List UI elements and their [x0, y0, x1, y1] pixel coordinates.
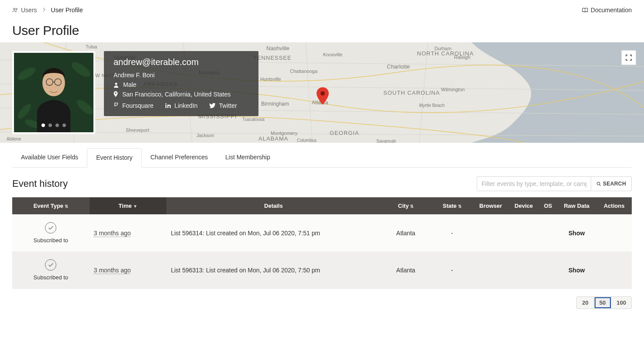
avatar[interactable] — [12, 51, 95, 134]
svg-text:Jackson: Jackson — [196, 133, 214, 138]
svg-text:Huntsville: Huntsville — [260, 76, 281, 82]
col-raw-data: Raw Data — [557, 197, 596, 214]
carousel-dot-4[interactable] — [62, 124, 66, 127]
check-circle-icon — [45, 222, 56, 234]
twitter-icon — [209, 103, 216, 108]
event-browser — [473, 251, 508, 289]
twitter-link[interactable]: Twitter — [209, 102, 237, 109]
breadcrumb: Users User Profile — [12, 7, 83, 14]
svg-text:Raleigh: Raleigh — [454, 55, 470, 60]
event-actions — [596, 214, 632, 251]
raw-data-show-link[interactable]: Show — [568, 230, 585, 237]
event-time[interactable]: 3 months ago — [94, 230, 131, 237]
event-time[interactable]: 3 months ago — [94, 267, 131, 274]
svg-text:Columbus: Columbus — [297, 138, 317, 143]
event-city: Atlanta — [380, 214, 431, 251]
page-size-group: 20 50 100 — [576, 296, 632, 309]
linkedin-link[interactable]: LinkedIn — [165, 102, 198, 109]
svg-text:Savannah: Savannah — [376, 139, 396, 143]
carousel-dot-3[interactable] — [55, 124, 59, 127]
event-type-label: Subscribed to — [34, 237, 69, 244]
tab-list-membership[interactable]: List Membership — [217, 148, 279, 168]
map-hero: Nashville Knoxville NORTH CAROLINA Charl… — [0, 42, 644, 143]
svg-text:TENNESSEE: TENNESSEE — [253, 55, 292, 61]
event-details: List 596314: List created on Mon, Jul 06… — [166, 214, 380, 251]
svg-text:Myrtle Beach: Myrtle Beach — [419, 103, 444, 108]
svg-text:Shreveport: Shreveport — [126, 127, 149, 133]
event-type-label: Subscribed to — [34, 274, 69, 281]
svg-text:ALABAMA: ALABAMA — [258, 135, 288, 142]
event-device — [508, 214, 539, 251]
map-pin-icon — [316, 87, 329, 107]
svg-text:Chattanooga: Chattanooga — [290, 69, 318, 74]
page-size-20[interactable]: 20 — [577, 297, 594, 309]
carousel-dots — [41, 124, 66, 127]
breadcrumb-root: Users — [21, 7, 37, 14]
svg-point-32 — [320, 91, 325, 96]
col-state[interactable]: State⇅ — [431, 197, 473, 214]
table-row: Subscribed to3 months agoList 596313: Li… — [12, 251, 632, 289]
page-size-50[interactable]: 50 — [594, 297, 611, 309]
map-marker-icon — [114, 91, 118, 97]
svg-text:Knoxville: Knoxville — [323, 52, 342, 57]
check-circle-icon — [45, 259, 56, 271]
event-actions — [596, 251, 632, 289]
chevron-right-icon — [42, 7, 46, 13]
col-os: OS — [539, 197, 557, 214]
breadcrumb-users-link[interactable]: Users — [12, 7, 37, 14]
svg-text:Abilene: Abilene — [7, 137, 21, 141]
foursquare-link[interactable]: Foursquare — [114, 102, 154, 109]
svg-text:Tulsa: Tulsa — [86, 44, 97, 49]
search-group: SEARCH — [477, 176, 632, 191]
profile-email: andrew@iterable.com — [114, 57, 249, 67]
col-event-type[interactable]: Event Type⇅ — [12, 197, 90, 214]
search-input[interactable] — [477, 176, 591, 191]
tab-available-user-fields[interactable]: Available User Fields — [12, 148, 87, 168]
svg-point-0 — [14, 8, 15, 10]
raw-data-show-link[interactable]: Show — [568, 267, 585, 274]
fullscreen-icon — [625, 54, 632, 61]
linkedin-icon — [165, 103, 171, 108]
event-state: - — [431, 251, 473, 289]
svg-text:Durham: Durham — [434, 46, 451, 51]
profile-name: Andrew F. Boni — [114, 72, 249, 79]
svg-point-45 — [165, 103, 166, 104]
svg-text:Charlotte: Charlotte — [387, 63, 410, 70]
col-time[interactable]: Time▼ — [90, 197, 167, 214]
breadcrumb-current: User Profile — [51, 7, 83, 14]
foursquare-icon — [114, 103, 119, 109]
svg-text:GEORGIA: GEORGIA — [330, 130, 359, 136]
svg-point-46 — [597, 182, 599, 185]
carousel-dot-2[interactable] — [48, 124, 52, 127]
profile-info-card: andrew@iterable.com Andrew F. Boni Male … — [104, 51, 258, 116]
event-history-table: Event Type⇅ Time▼ Details City⇅ State⇅ B… — [12, 197, 632, 289]
carousel-dot-1[interactable] — [41, 124, 45, 127]
col-city[interactable]: City⇅ — [380, 197, 431, 214]
documentation-link[interactable]: Documentation — [582, 7, 632, 14]
svg-text:Wilmington: Wilmington — [441, 87, 465, 92]
page-size-100[interactable]: 100 — [611, 297, 631, 309]
svg-text:Tuscaloosa: Tuscaloosa — [242, 117, 265, 122]
event-device — [508, 251, 539, 289]
table-row: Subscribed to3 months agoList 596314: Li… — [12, 214, 632, 251]
search-icon — [596, 182, 601, 186]
event-os — [539, 251, 557, 289]
expand-map-button[interactable] — [621, 50, 636, 65]
tabs: Available User Fields Event History Chan… — [12, 148, 632, 168]
svg-text:Nashville: Nashville — [266, 45, 289, 52]
user-icon — [114, 82, 119, 88]
svg-line-47 — [599, 184, 601, 186]
svg-text:Birmingham: Birmingham — [261, 101, 289, 107]
page-title: User Profile — [12, 23, 632, 38]
search-button[interactable]: SEARCH — [591, 176, 632, 191]
tab-channel-preferences[interactable]: Channel Preferences — [142, 148, 217, 168]
col-details: Details — [166, 197, 380, 214]
svg-rect-44 — [165, 105, 166, 108]
event-details: List 596313: List created on Mon, Jul 06… — [166, 251, 380, 289]
col-actions: Actions — [596, 197, 632, 214]
svg-text:SOUTH CAROLINA: SOUTH CAROLINA — [383, 89, 440, 96]
profile-gender: Male — [123, 81, 136, 88]
col-browser: Browser — [473, 197, 508, 214]
col-device: Device — [508, 197, 539, 214]
tab-event-history[interactable]: Event History — [87, 148, 141, 168]
